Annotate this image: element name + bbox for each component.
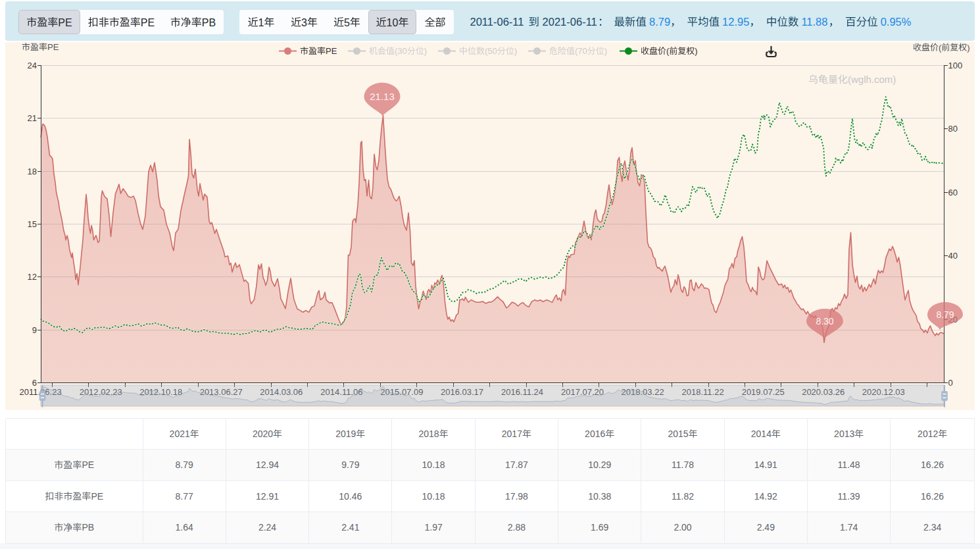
svg-text:(wglh.com): (wglh.com)	[848, 74, 896, 85]
svg-text:PE: PE	[91, 491, 103, 502]
svg-text:8.30: 8.30	[816, 316, 833, 327]
svg-text:2015: 2015	[668, 429, 688, 439]
svg-text:2.88: 2.88	[508, 522, 526, 533]
svg-text:2020: 2020	[253, 429, 273, 439]
svg-text:1.97: 1.97	[424, 522, 442, 533]
svg-text:PE: PE	[58, 17, 72, 28]
svg-text:8.77: 8.77	[176, 491, 193, 502]
svg-text:): )	[695, 46, 697, 56]
svg-text:40: 40	[948, 251, 958, 261]
svg-text:100: 100	[948, 61, 963, 70]
svg-text:2018: 2018	[419, 429, 439, 439]
svg-text:(30: (30	[395, 46, 407, 56]
svg-text:1.74: 1.74	[840, 522, 858, 533]
svg-text:17.87: 17.87	[505, 459, 528, 470]
svg-text:PB: PB	[202, 17, 216, 28]
svg-text:2.34: 2.34	[923, 522, 941, 533]
svg-text:0: 0	[948, 378, 953, 388]
svg-text:16.26: 16.26	[921, 491, 944, 502]
svg-text:12.95: 12.95	[722, 16, 749, 28]
svg-text:8.79: 8.79	[176, 459, 193, 470]
svg-text:): )	[967, 43, 969, 53]
svg-text:9: 9	[32, 325, 37, 335]
svg-text:24: 24	[28, 61, 37, 70]
svg-text:8.79: 8.79	[936, 309, 954, 320]
svg-text:10: 10	[387, 17, 399, 28]
svg-text:12.94: 12.94	[256, 459, 279, 470]
svg-text:8.79: 8.79	[649, 16, 670, 28]
svg-text:5: 5	[344, 17, 350, 28]
svg-text:PB: PB	[82, 522, 94, 533]
svg-text:14.91: 14.91	[754, 459, 777, 470]
svg-text:12.91: 12.91	[256, 491, 279, 502]
svg-text:2.24: 2.24	[258, 522, 276, 533]
svg-text:PE: PE	[47, 42, 59, 52]
svg-text:21: 21	[28, 113, 37, 123]
svg-text:2014: 2014	[751, 429, 772, 439]
svg-text:9.79: 9.79	[341, 459, 359, 470]
svg-text:2.00: 2.00	[674, 522, 691, 533]
svg-text:10.18: 10.18	[422, 491, 445, 502]
svg-text:(50: (50	[485, 46, 497, 56]
svg-text:2011-06-11: 2011-06-11	[470, 16, 527, 28]
svg-text:11.48: 11.48	[838, 459, 860, 470]
svg-text:(70: (70	[575, 46, 587, 56]
svg-text:(: (	[666, 46, 670, 56]
svg-text:2.49: 2.49	[757, 522, 775, 533]
svg-text:10.18: 10.18	[422, 459, 445, 470]
svg-text:21.13: 21.13	[370, 91, 395, 102]
svg-text:PE: PE	[82, 459, 94, 470]
svg-text:12: 12	[28, 272, 37, 282]
svg-text:80: 80	[948, 124, 958, 134]
svg-text:(: (	[939, 43, 942, 53]
svg-text:2019: 2019	[335, 429, 356, 439]
svg-text:6: 6	[32, 378, 37, 388]
svg-text:14.92: 14.92	[754, 491, 777, 502]
svg-text:11.39: 11.39	[838, 491, 860, 502]
svg-text:2021: 2021	[170, 429, 190, 439]
svg-text:10.29: 10.29	[588, 459, 611, 470]
svg-text:16.26: 16.26	[921, 459, 944, 470]
svg-text:15: 15	[28, 219, 37, 229]
svg-text:1.64: 1.64	[176, 522, 193, 533]
svg-text:): )	[604, 46, 607, 56]
svg-text:18: 18	[28, 167, 37, 176]
svg-text:2013: 2013	[834, 429, 854, 439]
svg-text:11.88: 11.88	[801, 16, 827, 28]
svg-text:1: 1	[258, 17, 264, 28]
svg-text:60: 60	[948, 188, 958, 197]
svg-text:3: 3	[301, 17, 307, 28]
svg-text:2.41: 2.41	[341, 522, 359, 533]
svg-text:PE: PE	[326, 46, 337, 56]
svg-text:1.69: 1.69	[591, 522, 608, 533]
svg-text:2017: 2017	[502, 429, 522, 439]
svg-text:17.98: 17.98	[505, 491, 528, 502]
svg-text:): )	[424, 46, 427, 56]
svg-text:0.95%: 0.95%	[881, 16, 912, 28]
svg-text:10.38: 10.38	[588, 491, 611, 502]
svg-text:2021-06-11: 2021-06-11	[539, 16, 597, 28]
svg-text:10.46: 10.46	[339, 491, 362, 502]
svg-text:): )	[514, 46, 517, 56]
svg-text:PE: PE	[141, 17, 155, 28]
svg-text:2016: 2016	[585, 429, 605, 439]
svg-text:2012: 2012	[918, 429, 938, 439]
svg-text:11.82: 11.82	[672, 491, 694, 502]
svg-text:11.78: 11.78	[672, 459, 694, 470]
